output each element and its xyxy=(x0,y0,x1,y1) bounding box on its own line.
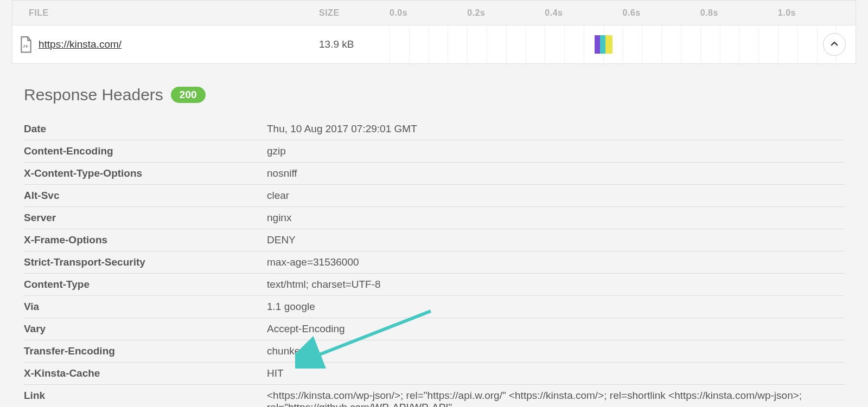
timeline-tick: 1.0s xyxy=(778,8,856,18)
header-value: Thu, 10 Aug 2017 07:29:01 GMT xyxy=(267,118,844,140)
header-value: 1.1 google xyxy=(267,296,844,318)
header-name: Alt-Svc xyxy=(24,185,267,207)
file-size: 13.9 kB xyxy=(319,38,390,50)
column-header-size[interactable]: SIZE xyxy=(319,8,390,18)
column-header-timeline: 0.0s0.2s0.4s0.6s0.8s1.0s xyxy=(390,8,856,18)
header-row: VaryAccept-Encoding xyxy=(24,318,844,340)
header-row: Transfer-Encodingchunked xyxy=(24,340,844,363)
header-name: Date xyxy=(24,118,267,140)
table-row[interactable]: https://kinsta.com/ 13.9 kB xyxy=(12,25,856,63)
collapse-button[interactable] xyxy=(823,33,846,56)
header-name: X-Kinsta-Cache xyxy=(24,363,267,385)
waterfall-cell xyxy=(390,25,856,63)
header-value: chunked xyxy=(267,340,844,363)
header-name: Strict-Transport-Security xyxy=(24,251,267,274)
timing-bars xyxy=(595,35,612,54)
header-name: Server xyxy=(24,207,267,229)
timeline-tick: 0.6s xyxy=(623,8,700,18)
header-name: X-Content-Type-Options xyxy=(24,163,267,185)
timeline-tick: 0.8s xyxy=(700,8,778,18)
header-name: Link xyxy=(24,385,267,408)
timeline-tick: 0.2s xyxy=(467,8,545,18)
timing-bar-segment xyxy=(595,35,600,54)
header-name: Content-Encoding xyxy=(24,140,267,163)
header-name: Vary xyxy=(24,318,267,340)
header-row: X-Kinsta-CacheHIT xyxy=(24,363,844,385)
headers-table: DateThu, 10 Aug 2017 07:29:01 GMTContent… xyxy=(24,118,844,407)
document-code-icon xyxy=(19,36,33,53)
header-value: nginx xyxy=(267,207,844,229)
panel-title-text: Response Headers xyxy=(24,86,163,104)
header-value: HIT xyxy=(267,363,844,385)
column-header-file[interactable]: FILE xyxy=(12,8,319,18)
header-value: max-age=31536000 xyxy=(267,251,844,274)
header-row: Servernginx xyxy=(24,207,844,229)
waterfall-table: FILE SIZE 0.0s0.2s0.4s0.6s0.8s1.0s https… xyxy=(12,0,856,64)
header-row: Alt-Svcclear xyxy=(24,185,844,207)
header-row: Content-Typetext/html; charset=UTF-8 xyxy=(24,274,844,296)
header-row: X-Content-Type-Optionsnosniff xyxy=(24,163,844,185)
header-row: DateThu, 10 Aug 2017 07:29:01 GMT xyxy=(24,118,844,140)
header-value: Accept-Encoding xyxy=(267,318,844,340)
response-headers-panel: Response Headers 200 DateThu, 10 Aug 201… xyxy=(24,86,844,407)
file-url-link[interactable]: https://kinsta.com/ xyxy=(39,38,122,50)
header-row: Link<https://kinsta.com/wp-json/>; rel="… xyxy=(24,385,844,408)
header-value: text/html; charset=UTF-8 xyxy=(267,274,844,296)
header-row: X-Frame-OptionsDENY xyxy=(24,229,844,251)
timing-bar-segment xyxy=(605,35,612,54)
table-header-row: FILE SIZE 0.0s0.2s0.4s0.6s0.8s1.0s xyxy=(12,1,856,25)
header-row: Via1.1 google xyxy=(24,296,844,318)
chevron-up-icon xyxy=(829,39,839,50)
status-badge: 200 xyxy=(171,87,206,103)
header-name: Transfer-Encoding xyxy=(24,340,267,363)
header-name: Via xyxy=(24,296,267,318)
header-value: gzip xyxy=(267,140,844,163)
header-value: nosniff xyxy=(267,163,844,185)
header-row: Strict-Transport-Securitymax-age=3153600… xyxy=(24,251,844,274)
timeline-tick: 0.4s xyxy=(545,8,622,18)
header-value: DENY xyxy=(267,229,844,251)
header-name: Content-Type xyxy=(24,274,267,296)
header-value: <https://kinsta.com/wp-json/>; rel="http… xyxy=(267,385,844,408)
header-row: Content-Encodinggzip xyxy=(24,140,844,163)
panel-title: Response Headers 200 xyxy=(24,86,844,104)
header-name: X-Frame-Options xyxy=(24,229,267,251)
timing-bar-segment xyxy=(600,35,605,54)
timeline-tick: 0.0s xyxy=(390,8,467,18)
header-value: clear xyxy=(267,185,844,207)
